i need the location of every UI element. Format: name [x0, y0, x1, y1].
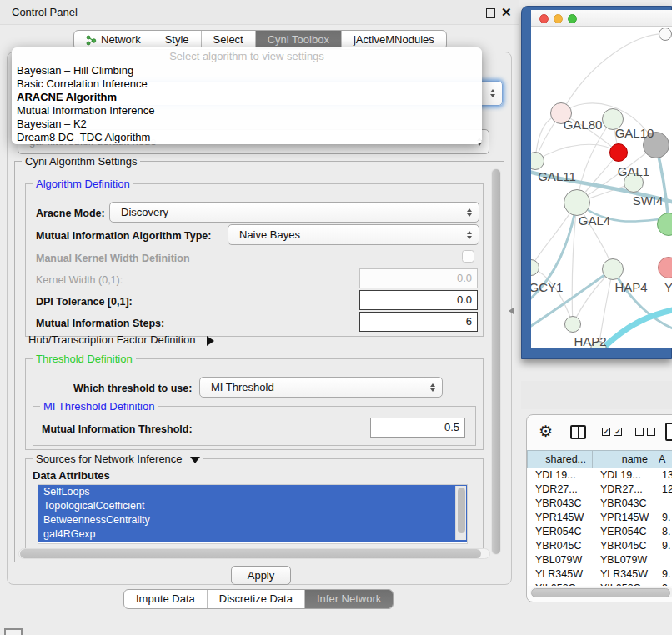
mi-threshold-group: MI Threshold Definition Mutual Informati…: [33, 406, 476, 446]
settings-horizontal-scrollbar[interactable]: [18, 548, 490, 559]
split-columns-icon[interactable]: [570, 425, 586, 439]
table-horizontal-scrollbar[interactable]: [530, 588, 672, 598]
menu-item[interactable]: Basic Correlation Inference: [12, 78, 482, 91]
popup-placeholder: Select algorithm to view settings: [12, 50, 482, 64]
table-row[interactable]: YDR27...YDR27...12: [528, 482, 672, 497]
network-node[interactable]: [659, 28, 672, 41]
hub-definition-expander[interactable]: Hub/Transcription Factor Definition: [28, 333, 214, 346]
list-item[interactable]: TopologicalCoefficient: [38, 499, 467, 513]
sources-group: Sources for Network Inference Data Attri…: [25, 458, 484, 550]
checked-checkbox-icon[interactable]: ✓: [602, 428, 610, 436]
table-row[interactable]: YDL19...YDL19...13: [528, 468, 672, 482]
table-row[interactable]: YLR345WYLR345W9.: [528, 568, 672, 582]
menu-item[interactable]: Bayesian – Hill Climbing: [12, 64, 482, 78]
menu-item[interactable]: Mutual Information Inference: [12, 104, 482, 118]
minimized-panel-chip[interactable]: [4, 628, 23, 635]
algorithm-definition-group: Algorithm Definition Aracne Mode: Discov…: [25, 183, 484, 337]
column-header[interactable]: name: [592, 450, 654, 468]
mi-threshold-group-title: MI Threshold Definition: [40, 400, 158, 412]
minimize-window-icon[interactable]: [554, 14, 563, 23]
cyni-mode-tabbar: Impute Data Discretize Data Infer Networ…: [123, 589, 394, 609]
settings-vertical-scrollbar[interactable]: [491, 168, 501, 555]
mi-type-combobox[interactable]: Naive Bayes: [228, 224, 479, 245]
checked-checkbox-icon[interactable]: ✓: [614, 428, 622, 436]
manual-kernel-checkbox[interactable]: [462, 250, 474, 262]
tab-network[interactable]: Network: [74, 31, 153, 49]
expand-right-icon: [207, 336, 214, 346]
table-row[interactable]: YPR145WYPR145W9.: [528, 511, 672, 525]
close-icon[interactable]: ✕: [501, 5, 512, 20]
list-item[interactable]: SelfLoops: [38, 485, 467, 499]
menu-item-selected[interactable]: ARACNE Algorithm: [12, 91, 482, 104]
table-row[interactable]: YBL079WYBL079W: [528, 553, 672, 568]
sources-group-title: Sources for Network Inference: [33, 452, 203, 465]
list-item[interactable]: BetweennessCentrality: [38, 513, 467, 528]
network-icon: [86, 35, 97, 46]
cyni-algorithm-settings-group: Cyni Algorithm Settings Algorithm Defini…: [14, 161, 504, 562]
list-item[interactable]: gal4RGexp: [38, 528, 467, 542]
kernel-width-input[interactable]: 0.0: [359, 268, 478, 288]
node-label: GAL4: [579, 213, 610, 228]
mi-threshold-input[interactable]: 0.5: [370, 418, 465, 438]
dpi-tolerance-label: DPI Tolerance [0,1]:: [36, 296, 133, 308]
column-header[interactable]: shared...: [527, 450, 592, 468]
attributes-scrollbar[interactable]: [455, 486, 466, 540]
tab-cyni-toolbox[interactable]: Cyni Toolbox: [255, 31, 341, 49]
node-label: GAL1: [618, 164, 649, 178]
table-body[interactable]: YDL19...YDL19...13 YDR27...YDR27...12 YB…: [528, 468, 672, 586]
tab-jactivemnodules[interactable]: jActiveMNodules: [341, 31, 446, 49]
network-node-gal4[interactable]: [564, 189, 590, 216]
gear-icon[interactable]: ⚙: [539, 422, 553, 441]
tab-style[interactable]: Style: [153, 31, 201, 49]
dpi-tolerance-input[interactable]: 0.0: [359, 290, 478, 310]
splitpane-collapse-icon[interactable]: [509, 308, 514, 314]
apply-button[interactable]: Apply: [231, 566, 291, 585]
network-node-gal1[interactable]: [609, 143, 628, 162]
table-row[interactable]: YBR043CYBR043C: [528, 497, 672, 511]
mi-steps-label: Mutual Information Steps:: [36, 318, 164, 329]
network-view[interactable]: GAL80 GAL10 GAL1 GAL11 SWI4 GAL4 GCY1 HA…: [531, 28, 672, 348]
node-label: GAL80: [564, 118, 603, 132]
column-header[interactable]: A: [654, 450, 672, 468]
control-panel-titlebar: Control Panel ✕: [0, 0, 519, 25]
tab-impute-data[interactable]: Impute Data: [124, 590, 207, 608]
tab-infer-network[interactable]: Infer Network: [304, 590, 393, 608]
settings-group-title: Cyni Algorithm Settings: [22, 155, 140, 168]
menu-item[interactable]: Dream8 DC_TDC Algorithm: [12, 131, 482, 144]
mi-steps-input[interactable]: 6: [359, 312, 478, 332]
unchecked-checkbox-icon[interactable]: [635, 428, 644, 436]
network-edges: [531, 28, 672, 348]
kernel-width-label: Kernel Width (0,1):: [36, 274, 123, 286]
manual-kernel-label: Manual Kernel Width Definition: [36, 252, 190, 264]
algorithm-definition-title: Algorithm Definition: [33, 178, 133, 190]
algorithm-dropdown-popup: Select algorithm to view settings Bayesi…: [12, 48, 482, 144]
node-label: Y: [664, 280, 672, 294]
data-attributes-list[interactable]: SelfLoops TopologicalCoefficient Between…: [38, 484, 468, 544]
aracne-mode-combobox[interactable]: Discovery: [109, 202, 479, 222]
table-row[interactable]: YBR045CYBR045C9.: [528, 539, 672, 553]
table-row[interactable]: YIL052CYIL052C9: [528, 582, 672, 586]
network-node-hap2[interactable]: [564, 316, 581, 332]
aracne-mode-label: Aracne Mode:: [36, 208, 105, 219]
threshold-definition-group: Threshold Definition Which threshold to …: [25, 358, 484, 450]
collapse-down-icon[interactable]: [190, 457, 200, 463]
which-threshold-combobox[interactable]: MI Threshold: [199, 377, 443, 398]
float-panel-icon[interactable]: [486, 8, 495, 18]
menu-item[interactable]: Bayesian – K2: [12, 118, 482, 131]
data-attributes-label: Data Attributes: [33, 469, 110, 482]
document-icon[interactable]: [665, 422, 672, 441]
unchecked-checkbox-icon[interactable]: [647, 428, 655, 436]
network-window-titlebar[interactable]: [531, 10, 672, 27]
control-panel-title: Control Panel: [12, 0, 78, 25]
network-node-hap4[interactable]: [602, 258, 624, 280]
close-window-icon[interactable]: [539, 14, 549, 23]
table-row[interactable]: YER054CYER054C8.: [528, 525, 672, 539]
zoom-window-icon[interactable]: [568, 14, 577, 23]
tab-network-label: Network: [101, 31, 141, 49]
tab-discretize-data[interactable]: Discretize Data: [207, 590, 304, 608]
mi-type-label: Mutual Information Algorithm Type:: [36, 230, 211, 242]
tab-select[interactable]: Select: [201, 31, 255, 49]
node-label: GCY1: [531, 280, 563, 294]
node-label: GAL11: [538, 169, 576, 183]
hub-definition-label: Hub/Transcription Factor Definition: [28, 333, 195, 346]
